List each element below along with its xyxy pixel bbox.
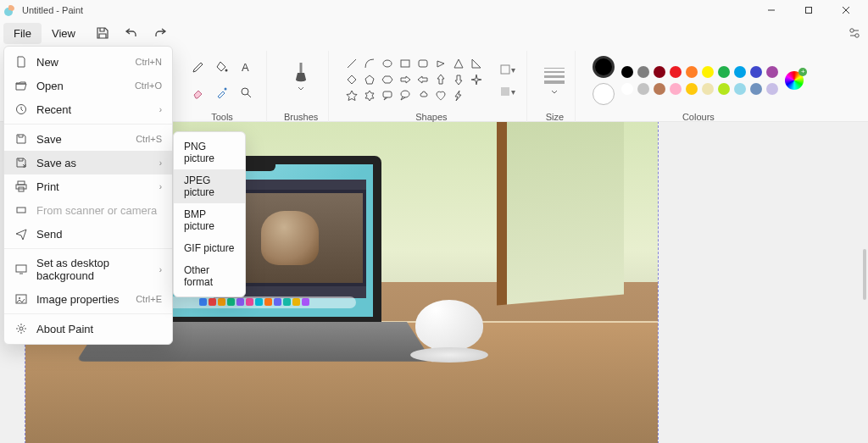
pentagon-icon[interactable] (364, 74, 376, 86)
settings-icon[interactable] (844, 23, 865, 43)
star5-icon[interactable] (346, 90, 358, 102)
colour-swatch[interactable] (702, 66, 714, 78)
svg-point-6 (855, 34, 859, 37)
colour-swatch[interactable] (637, 83, 649, 95)
arrow-left-icon[interactable] (417, 74, 429, 86)
callout-cloud-icon[interactable] (417, 90, 429, 102)
arrow-right-icon[interactable] (399, 74, 411, 86)
star4-icon[interactable] (470, 74, 482, 86)
gear-icon (14, 322, 28, 335)
star6-icon[interactable] (364, 90, 376, 102)
colour-swatch[interactable] (670, 66, 682, 78)
menu-print[interactable]: Print › (4, 174, 172, 198)
edit-colours-button[interactable] (785, 71, 804, 90)
send-icon (14, 227, 28, 241)
brush-button[interactable] (288, 61, 314, 100)
svg-point-13 (383, 60, 392, 67)
menu-open[interactable]: Open Ctrl+O (4, 74, 172, 97)
svg-rect-25 (16, 265, 26, 272)
group-shapes: ▾ ▾ Shapes (336, 51, 527, 122)
colour-swatch[interactable] (702, 83, 714, 95)
menu-send[interactable]: Send (4, 222, 172, 246)
shapes-gallery[interactable] (346, 58, 486, 103)
menu-desktop-bg[interactable]: Set as desktop background › (4, 252, 172, 287)
svg-rect-19 (501, 87, 509, 96)
saveas-gif[interactable]: GIF picture (174, 237, 245, 259)
text-icon[interactable]: A (236, 57, 256, 77)
saveas-jpeg[interactable]: JPEG picture (174, 169, 245, 203)
line-icon[interactable] (346, 58, 358, 69)
menu-save-as[interactable]: Save as › (4, 151, 172, 174)
colour-swatch[interactable] (654, 83, 665, 95)
maximize-button[interactable] (790, 0, 827, 20)
svg-rect-14 (401, 60, 409, 67)
magnifier-icon[interactable] (236, 82, 256, 102)
arrow-up-icon[interactable] (435, 74, 447, 86)
heart-icon[interactable] (435, 90, 447, 102)
pencil-icon[interactable] (188, 57, 209, 77)
eraser-icon[interactable] (188, 82, 209, 102)
colour-swatch[interactable] (734, 66, 746, 78)
diamond-icon[interactable] (346, 74, 358, 86)
colour-swatch[interactable] (621, 66, 633, 78)
close-button[interactable] (827, 0, 865, 20)
roundrect-icon[interactable] (417, 58, 429, 69)
menu-save[interactable]: Save Ctrl+S (4, 127, 172, 151)
vertical-scrollbar[interactable] (863, 249, 866, 300)
oval-icon[interactable] (381, 58, 393, 69)
colour-swatch[interactable] (718, 66, 730, 78)
callout-rect-icon[interactable] (381, 90, 393, 102)
saveas-other[interactable]: Other format (174, 259, 245, 293)
svg-point-28 (19, 327, 23, 330)
picker-icon[interactable] (212, 82, 232, 102)
colour-swatch[interactable] (670, 83, 682, 95)
colour-swatch[interactable] (621, 83, 633, 95)
colour-swatch[interactable] (637, 66, 649, 78)
colour-1[interactable] (593, 56, 615, 78)
svg-rect-2 (806, 8, 812, 14)
colour-2[interactable] (593, 83, 615, 105)
scanner-icon (14, 203, 28, 217)
colour-swatch[interactable] (750, 66, 762, 78)
menu-about[interactable]: About Paint (4, 317, 172, 341)
lightning-icon[interactable] (453, 90, 465, 102)
minimize-button[interactable] (753, 0, 790, 20)
polygon-icon[interactable] (435, 58, 447, 69)
colour-swatch[interactable] (766, 83, 778, 95)
fill-icon[interactable] (212, 57, 232, 77)
colour-swatch[interactable] (686, 83, 698, 95)
print-icon (14, 180, 28, 193)
colour-swatch[interactable] (654, 66, 665, 78)
colour-swatch[interactable] (718, 83, 730, 95)
menu-image-props[interactable]: Image properties Ctrl+E (4, 287, 172, 311)
size-button[interactable] (544, 68, 565, 94)
colour-swatch[interactable] (750, 83, 762, 95)
rect-icon[interactable] (399, 58, 411, 69)
curve-icon[interactable] (364, 58, 376, 69)
shape-fill-button[interactable]: ▾ (498, 82, 516, 101)
triangle-icon[interactable] (453, 58, 465, 69)
save-icon (14, 132, 28, 146)
arrow-down-icon[interactable] (453, 74, 465, 86)
colour-swatch[interactable] (686, 66, 698, 78)
saveas-png[interactable]: PNG picture (174, 136, 245, 169)
menu-new[interactable]: New Ctrl+N (4, 50, 172, 74)
saveas-bmp[interactable]: BMP picture (174, 203, 245, 237)
chevron-right-icon: › (159, 158, 162, 168)
menu-recent[interactable]: Recent › (4, 97, 172, 121)
menu-view[interactable]: View (42, 23, 86, 44)
menu-file[interactable]: File (3, 23, 42, 44)
colour-swatch[interactable] (734, 83, 746, 95)
clock-icon (14, 102, 28, 116)
svg-rect-21 (18, 181, 25, 185)
paint-window: Untitled - Paint File View A (0, 0, 868, 443)
svg-line-11 (248, 94, 251, 97)
save-icon[interactable] (94, 25, 111, 42)
hexagon-icon[interactable] (381, 74, 393, 86)
shape-outline-button[interactable]: ▾ (498, 60, 516, 79)
redo-icon[interactable] (152, 25, 169, 42)
callout-oval-icon[interactable] (399, 90, 411, 102)
undo-icon[interactable] (123, 25, 140, 42)
right-triangle-icon[interactable] (470, 58, 482, 69)
colour-swatch[interactable] (766, 66, 778, 78)
